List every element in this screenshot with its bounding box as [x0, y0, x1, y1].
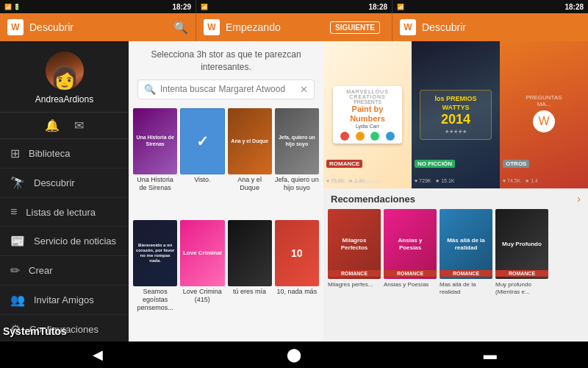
back-button[interactable]: ◀ — [76, 342, 120, 368]
sidebar-label-invitar: Invitar Amigos — [34, 294, 94, 305]
rec-book-0[interactable]: Milagros Perfectos ROMANCE Milagres perf… — [328, 209, 381, 295]
featured-book-1[interactable]: los PREMIOS WATTYS 2014 ★★★★★ NO FICCIÓN… — [412, 41, 500, 188]
book-cover-2: Ana y el Duque — [228, 108, 272, 174]
featured-book-0[interactable]: MARVELLOUS CREATIONS PRESENTS Paint by N… — [323, 41, 412, 188]
search-icon-1[interactable]: 🔍 — [173, 21, 188, 35]
list-item[interactable]: tú eres mía — [228, 220, 272, 337]
avatar-image: 👩 — [46, 52, 84, 90]
search-instruction: Selecciona 3h stor as que te parezcan in… — [137, 49, 315, 74]
message-icon[interactable]: ✉ — [74, 118, 84, 132]
rec-cover-0: Milagros Perfectos ROMANCE — [328, 209, 381, 279]
next-button[interactable]: SIGUIENTE — [330, 21, 380, 34]
rec-cover-3: Muy Profundo ROMANCE — [495, 209, 548, 279]
friends-icon: 👥 — [10, 293, 25, 307]
sidebar-item-descubrir[interactable]: 🔭 Descubrir — [0, 169, 129, 198]
rec-badge-3: ROMANCE — [495, 270, 548, 277]
sidebar-label-biblioteca: Biblioteca — [29, 148, 70, 159]
sidebar-label-noticias: Servicio de noticias — [34, 236, 116, 247]
sidebar: 👩 AndreaArdions 🔔 ✉ ⊞ Biblioteca 🔭 Descu… — [0, 41, 129, 342]
sidebar-item-biblioteca[interactable]: ⊞ Biblioteca — [0, 139, 129, 169]
sidebar-label-crear: Crear — [29, 265, 53, 276]
book-cover-3: Jefa, quiero un hijo suyo — [275, 108, 319, 174]
edit-icon: ✏ — [10, 263, 20, 277]
sidebar-menu: ⊞ Biblioteca 🔭 Descubrir ≡ Listas de lec… — [0, 139, 129, 342]
rec-book-2[interactable]: Más allá de la realidad ROMANCE Mas allá… — [440, 209, 492, 295]
rec-book-1[interactable]: Ansias y Poesías ROMANCE Ansias y Poesía… — [384, 209, 437, 295]
list-item[interactable]: Love Criminal Love Crimina (415) — [180, 220, 224, 337]
header-title-1: Descubrir — [29, 21, 168, 33]
header-title-2: Empezando — [226, 21, 324, 33]
genre-badge-1: NO FICCIÓN — [415, 160, 455, 168]
rec-cover-2: Más allá de la realidad ROMANCE — [440, 209, 492, 279]
rec-title-1: Ansias y Poesías — [384, 281, 437, 289]
list-item[interactable]: Una Historia de Sirenas Una Historia de … — [133, 108, 177, 217]
sidebar-label-listas: Listas de lectura — [26, 207, 96, 218]
search-header: Selecciona 3h stor as que te parezcan in… — [129, 41, 323, 104]
clear-search-icon[interactable]: ✕ — [300, 84, 308, 95]
book-cover-1: ✓ — [180, 108, 224, 174]
header-empezando: W Empezando SIGUIENTE — [196, 13, 392, 41]
rec-book-3[interactable]: Muy Profundo ROMANCE Muy profundo (Mient… — [495, 209, 548, 295]
notification-icon[interactable]: 🔔 — [45, 118, 60, 132]
header-title-3: Descubrir — [422, 21, 581, 33]
home-button[interactable]: ⬤ — [272, 342, 316, 368]
book-title-1: Visto. — [180, 176, 224, 184]
list-item[interactable]: 10 10, nada más — [275, 220, 319, 337]
sidebar-item-crear[interactable]: ✏ Crear — [0, 256, 129, 286]
list-item[interactable]: Ana y el Duque Ana y el Duque — [228, 108, 272, 217]
panel-right: MARVELLOUS CREATIONS PRESENTS Paint by N… — [323, 41, 588, 342]
header-descubrir2: W Descubrir — [392, 13, 588, 41]
status-time-1: 18:29 — [172, 3, 191, 11]
header-logo-1: W — [7, 19, 24, 35]
rec-badge-2: ROMANCE — [440, 270, 492, 277]
status-time-2: 18:28 — [368, 3, 387, 11]
list-item[interactable]: Bienvenido a mi corazón, por favor no me… — [133, 220, 177, 337]
watermark: SystemTutos — [3, 325, 67, 337]
book-cover-0: Una Historia de Sirenas — [133, 108, 177, 174]
rec-badge-0: ROMANCE — [328, 270, 381, 277]
book-title-3: Jefa, quiero un hijo suyo — [275, 176, 319, 192]
status-bar-3: 📶 18:28 — [392, 0, 588, 13]
section-header-recommendations: Recomendaciones › — [323, 188, 588, 209]
book-cover-5: Love Criminal — [180, 220, 224, 286]
header-descubrir: W Descubrir 🔍 — [0, 13, 196, 41]
status-icons-left-1: 📶 🔋 — [4, 4, 21, 10]
search-input[interactable] — [160, 84, 295, 94]
genre-badge-0: ROMANCE — [326, 160, 362, 168]
book-cover-4: Bienvenido a mi corazón, por favor no me… — [133, 220, 177, 286]
sidebar-label-descubrir: Descubrir — [34, 177, 75, 188]
book-title-6: tú eres mía — [228, 288, 272, 296]
sidebar-item-invitar[interactable]: 👥 Invitar Amigos — [0, 286, 129, 315]
sidebar-item-listas[interactable]: ≡ Listas de lectura — [0, 198, 129, 227]
book-title-5: Love Crimina (415) — [180, 288, 224, 304]
status-bars: 📶 🔋 18:29 📶 18:28 📶 18:28 — [0, 0, 588, 13]
rec-title-2: Mas allá de la realidad — [440, 281, 492, 295]
featured-books: MARVELLOUS CREATIONS PRESENTS Paint by N… — [323, 41, 588, 188]
bottom-nav: ◀ ⬤ ▬ — [0, 342, 588, 368]
book-title-7: 10, nada más — [275, 288, 319, 296]
genre-badge-2: OTROS — [503, 160, 529, 168]
header-logo-3: W — [400, 19, 416, 35]
sidebar-icons-row: 🔔 ✉ — [0, 113, 129, 139]
news-icon: 📰 — [10, 234, 25, 248]
search-box[interactable]: 🔍 ✕ — [137, 79, 315, 99]
rec-title-0: Milagres perfes... — [328, 281, 381, 289]
list-item[interactable]: ✓ Visto. — [180, 108, 224, 217]
header-logo-2: W — [204, 19, 220, 35]
recommendations-arrow[interactable]: › — [577, 193, 581, 205]
recommendations-row: Milagros Perfectos ROMANCE Milagres perf… — [323, 209, 588, 300]
sidebar-user: 👩 AndreaArdions — [0, 41, 129, 113]
avatar: 👩 — [46, 52, 84, 90]
main-content: 👩 AndreaArdions 🔔 ✉ ⊞ Biblioteca 🔭 Descu… — [0, 41, 588, 342]
list-item[interactable]: Jefa, quiero un hijo suyo Jefa, quiero u… — [275, 108, 319, 217]
book-cover-6 — [228, 220, 272, 286]
discover-icon: 🔭 — [10, 176, 25, 190]
book-title-4: Seamos egoístas pensemos... — [133, 288, 177, 311]
search-box-icon: 🔍 — [144, 84, 156, 95]
book-cover-7: 10 — [275, 220, 319, 286]
recents-button[interactable]: ▬ — [468, 342, 512, 368]
book-title-2: Ana y el Duque — [228, 176, 272, 192]
featured-book-2[interactable]: PREGUNTAS MA... W OTROS ♥ 74.5K ★ 1.4 — [500, 41, 588, 188]
rec-badge-1: ROMANCE — [384, 270, 437, 277]
sidebar-item-noticias[interactable]: 📰 Servicio de noticias — [0, 227, 129, 256]
